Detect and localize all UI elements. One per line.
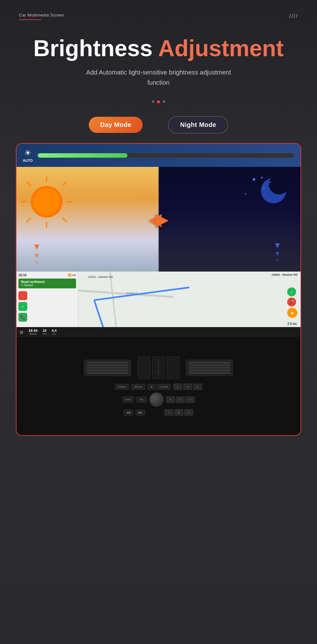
phone-icon: 📞 bbox=[18, 313, 27, 322]
dot-1[interactable] bbox=[152, 100, 154, 103]
nav-header: 18:34 📶 4G bbox=[18, 273, 76, 277]
btn-5[interactable]: 5 bbox=[176, 397, 185, 403]
nav-map: A4041 - Newton Rd Chapel Ln. A4041 - New… bbox=[78, 272, 301, 327]
temp-up[interactable]: ▲ bbox=[148, 384, 156, 390]
vents-row bbox=[20, 357, 297, 379]
btn-3[interactable]: 3 bbox=[193, 384, 202, 390]
vent-slat bbox=[189, 367, 230, 369]
nav-icon-music: ♪ bbox=[18, 302, 76, 311]
category-underline bbox=[19, 19, 41, 20]
title-white: Brightness bbox=[33, 36, 152, 61]
brightness-slider-fill bbox=[38, 153, 127, 158]
orange-btn[interactable]: ● bbox=[287, 308, 297, 318]
center-slot-2 bbox=[152, 357, 165, 379]
vent-slat bbox=[189, 372, 230, 374]
nav-arrival-time: 18:44 arrival bbox=[29, 329, 37, 335]
brightness-bar: ☀ AUTO bbox=[16, 144, 301, 167]
hero-subtitle: Add Automatic light-sensitive brightness… bbox=[76, 67, 241, 88]
btn-1[interactable]: 1 bbox=[173, 384, 182, 390]
clear-btn[interactable]: CLEAR bbox=[157, 384, 171, 390]
radio-btn[interactable]: RADIO bbox=[115, 384, 129, 390]
nav-bottom-bar: ⊞ 18:44 arrival 10 min 4.4 km bbox=[16, 327, 301, 337]
btn-6[interactable]: 6 bbox=[186, 397, 195, 403]
main-knob[interactable] bbox=[149, 392, 164, 407]
bottom-spacer bbox=[0, 436, 317, 449]
num-row-3: 7 8 9 bbox=[165, 409, 193, 416]
temp-buttons: ▲ CLEAR bbox=[148, 384, 171, 390]
music-icon: ♪ bbox=[18, 302, 27, 311]
mode-buttons: Day Mode Night Mode bbox=[0, 116, 317, 134]
hero-section: Brightness Adjustment Add Automatic ligh… bbox=[0, 26, 317, 100]
auto-label: AUTO bbox=[23, 159, 33, 162]
center-slots bbox=[138, 357, 179, 379]
nav-km: 4.4 km bbox=[52, 329, 56, 335]
btn-4[interactable]: 4 bbox=[166, 397, 175, 403]
map-svg: A4041 - Newton Rd Chapel Ln. bbox=[78, 272, 301, 327]
center-slot-1 bbox=[138, 357, 150, 379]
right-vent bbox=[186, 359, 233, 376]
day-scene: ▼ ▼ ▼ ◀ bbox=[16, 167, 158, 272]
nav-screen-wrapper: 18:34 📶 4G Head northwest ↖ toward 📍 bbox=[16, 272, 301, 337]
dot-2[interactable] bbox=[157, 100, 160, 103]
svg-marker-12 bbox=[260, 176, 263, 179]
maps-icon: 📍 bbox=[18, 291, 27, 300]
forward-btn[interactable]: ▶▶ bbox=[136, 410, 145, 416]
navi-btn[interactable]: NAVI bbox=[122, 397, 134, 403]
num-row-2: 4 5 6 bbox=[166, 397, 195, 403]
moon bbox=[259, 176, 288, 206]
title-orange: Adjustment bbox=[158, 36, 284, 61]
tel-btn[interactable]: TEL bbox=[136, 397, 147, 403]
controls-row-2: NAVI TEL 4 5 6 bbox=[48, 392, 270, 407]
star-2: ★ bbox=[262, 186, 266, 190]
svg-line-7 bbox=[63, 218, 67, 222]
svg-text:Chapel Ln.: Chapel Ln. bbox=[126, 292, 138, 294]
svg-point-9 bbox=[33, 188, 60, 215]
category-label: Car Multimedia Screen bbox=[19, 13, 64, 20]
num-row-1: 1 2 3 bbox=[173, 384, 202, 390]
split-scene: ▼ ▼ ▼ ◀ bbox=[16, 167, 301, 272]
vent-slat bbox=[189, 362, 230, 364]
nav-toward: ↖ toward bbox=[21, 284, 74, 287]
day-mode-button[interactable]: Day Mode bbox=[89, 117, 143, 133]
media-btn[interactable]: MEDIA bbox=[131, 384, 145, 390]
vent-slat bbox=[87, 370, 128, 371]
road-label: A4041 - Newton Rd bbox=[271, 273, 297, 276]
voice-icon: 🎤 bbox=[287, 298, 296, 306]
dot-3[interactable] bbox=[163, 100, 165, 103]
sun-icon: ☀ bbox=[24, 148, 31, 158]
category-text: Car Multimedia Screen bbox=[19, 13, 64, 17]
controls-row: RADIO MEDIA ▲ CLEAR 1 2 3 bbox=[48, 384, 270, 390]
btn-7[interactable]: 7 bbox=[165, 409, 173, 416]
svg-line-16 bbox=[94, 287, 189, 300]
night-mode-button[interactable]: Night Mode bbox=[168, 116, 228, 134]
nav-distance: 2.5 mi. bbox=[288, 322, 297, 325]
nav-signal: 📶 4G bbox=[68, 273, 76, 277]
map-icons: ♪ 🎤 ● bbox=[287, 287, 297, 318]
btn-8[interactable]: 8 bbox=[174, 409, 183, 416]
back-btn[interactable]: ◀◀ bbox=[124, 410, 133, 416]
nav-direction: Head northwest ↖ toward bbox=[18, 279, 76, 288]
left-vent bbox=[84, 359, 131, 376]
center-slot-3 bbox=[167, 357, 179, 379]
vent-slat bbox=[189, 370, 230, 371]
svg-line-15 bbox=[110, 272, 116, 327]
nav-icon-phone: 📞 bbox=[18, 313, 76, 322]
moon-svg bbox=[259, 176, 288, 205]
realistic-nav: 18:34 📶 4G Head northwest ↖ toward 📍 bbox=[16, 272, 301, 327]
btn-9[interactable]: 9 bbox=[184, 409, 193, 416]
dashboard-area: RADIO MEDIA ▲ CLEAR 1 2 3 NAVI TEL 4 bbox=[16, 337, 301, 435]
btn-2[interactable]: 2 bbox=[183, 384, 192, 390]
night-scene: ★ ★ ✦ ▼ ▼ ▼ ▶ bbox=[158, 167, 301, 272]
star-1: ★ bbox=[252, 176, 256, 182]
nav-icon-maps: 📍 bbox=[18, 291, 76, 300]
menu-icon[interactable]: //// bbox=[289, 13, 298, 20]
nav-time: 18:34 bbox=[18, 273, 27, 277]
brightness-slider-track[interactable] bbox=[38, 153, 294, 158]
spotify-icon: ♪ bbox=[287, 287, 296, 296]
vent-slat bbox=[87, 362, 128, 364]
vent-slat bbox=[87, 365, 128, 366]
svg-line-5 bbox=[63, 182, 67, 185]
vent-slat bbox=[189, 365, 230, 366]
main-card: ☀ AUTO bbox=[16, 143, 301, 436]
vent-slat bbox=[87, 367, 128, 369]
